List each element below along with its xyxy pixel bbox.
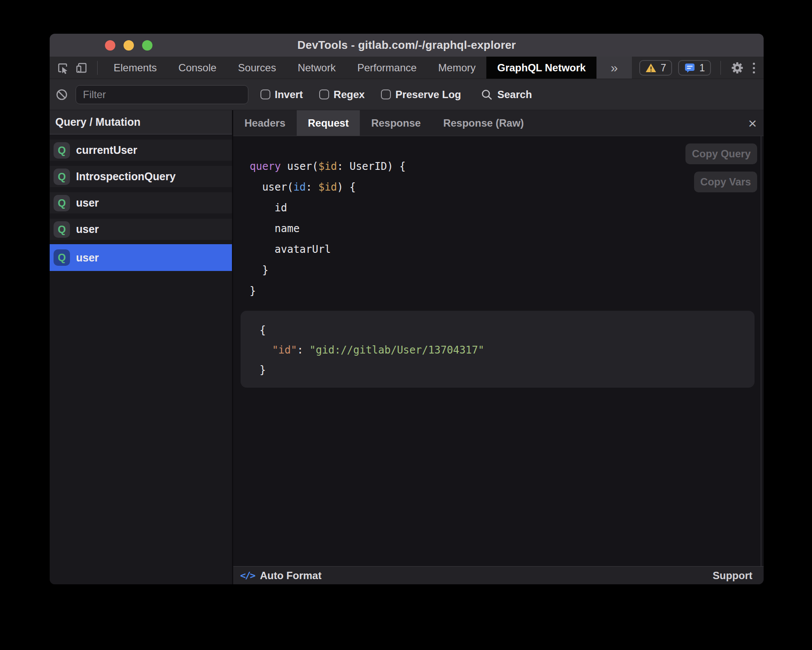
variables-line: { <box>260 320 755 340</box>
request-detail-panel: Headers Request Response Response (Raw) … <box>233 110 764 584</box>
list-item-user-3-selected[interactable]: Q user <box>50 244 232 271</box>
tab-elements[interactable]: Elements <box>103 57 168 79</box>
tab-sources[interactable]: Sources <box>227 57 287 79</box>
clear-block-icon[interactable] <box>55 89 69 101</box>
code-line: query user($id: UserID) { <box>250 156 406 177</box>
support-link[interactable]: Support <box>713 570 752 582</box>
warnings-badge[interactable]: 7 <box>639 60 672 76</box>
more-tabs-button[interactable]: » <box>596 57 632 79</box>
toolbar-left-icons <box>50 57 101 79</box>
search-icon <box>481 89 493 101</box>
preserve-log-checkbox[interactable] <box>381 89 391 99</box>
request-body: query user($id: UserID) { user(id: $id) … <box>233 136 764 566</box>
query-type-badge: Q <box>54 169 70 185</box>
close-detail-icon[interactable]: × <box>748 110 757 136</box>
tab-headers[interactable]: Headers <box>233 110 297 136</box>
auto-format-icon: </> <box>240 570 255 581</box>
devtools-window: DevTools - gitlab.com/-/graphql-explorer… <box>50 34 764 584</box>
traffic-lights <box>105 34 152 57</box>
invert-checkbox-group[interactable]: Invert <box>260 89 303 101</box>
tab-graphql-network[interactable]: GraphQL Network <box>486 57 596 79</box>
scrollbar-gutter[interactable] <box>761 136 761 566</box>
kebab-menu-icon[interactable] <box>750 63 758 73</box>
code-line: user(id: $id) { <box>250 177 406 198</box>
toolbar-right: 7 1 <box>639 57 764 79</box>
query-type-badge: Q <box>54 142 70 159</box>
warning-triangle-icon <box>645 63 657 73</box>
window-title: DevTools - gitlab.com/-/graphql-explorer <box>50 38 764 52</box>
query-variables-box: { "id": "gid://gitlab/User/13704317" } <box>241 311 755 388</box>
code-line: } <box>250 260 406 280</box>
graphql-query-code: query user($id: UserID) { user(id: $id) … <box>250 156 406 301</box>
tab-performance[interactable]: Performance <box>346 57 427 79</box>
query-list: Q currentUser Q IntrospectionQuery Q use… <box>50 134 232 584</box>
invert-checkbox[interactable] <box>260 89 270 99</box>
variables-line: } <box>260 360 755 380</box>
minimize-window-button[interactable] <box>124 40 134 51</box>
code-line: id <box>250 198 406 218</box>
variables-line: "id": "gid://gitlab/User/13704317" <box>260 340 755 360</box>
title-bar: DevTools - gitlab.com/-/graphql-explorer <box>50 34 764 57</box>
list-item-introspectionquery[interactable]: Q IntrospectionQuery <box>50 166 232 187</box>
toolbar-right-divider <box>720 61 721 75</box>
filter-input[interactable] <box>76 85 248 104</box>
close-window-button[interactable] <box>105 40 115 51</box>
tab-console[interactable]: Console <box>168 57 227 79</box>
tab-memory[interactable]: Memory <box>428 57 487 79</box>
filter-bar: Invert Regex Preserve Log Search <box>50 79 764 110</box>
list-item-label: user <box>76 197 99 209</box>
device-toolbar-icon[interactable] <box>75 61 89 74</box>
settings-gear-icon[interactable] <box>730 61 744 75</box>
list-item-currentuser[interactable]: Q currentUser <box>50 140 232 161</box>
code-line: avatarUrl <box>250 239 406 260</box>
toolbar-divider <box>97 61 98 75</box>
panel-tabs: Elements Console Sources Network Perform… <box>103 57 632 79</box>
query-list-panel: Query / Mutation Q currentUser Q Introsp… <box>50 110 232 584</box>
zoom-window-button[interactable] <box>142 40 152 51</box>
code-line: } <box>250 280 406 301</box>
inspect-element-icon[interactable] <box>56 61 70 74</box>
list-item-label: currentUser <box>76 144 137 156</box>
query-type-badge: Q <box>54 249 70 266</box>
tab-response-raw[interactable]: Response (Raw) <box>432 110 535 136</box>
copy-query-button[interactable]: Copy Query <box>685 143 757 164</box>
tab-network[interactable]: Network <box>287 57 346 79</box>
devtools-toolbar: Elements Console Sources Network Perform… <box>50 57 764 79</box>
code-line: name <box>250 218 406 239</box>
search-control[interactable]: Search <box>481 89 532 101</box>
invert-label: Invert <box>275 89 303 101</box>
list-item-label: IntrospectionQuery <box>76 170 176 183</box>
regex-checkbox-group[interactable]: Regex <box>319 89 365 101</box>
search-label: Search <box>497 89 532 101</box>
main-content: Query / Mutation Q currentUser Q Introsp… <box>50 110 764 584</box>
regex-checkbox[interactable] <box>319 89 329 99</box>
issues-badge[interactable]: 1 <box>678 60 711 76</box>
list-item-user-2[interactable]: Q user <box>50 219 232 240</box>
regex-label: Regex <box>333 89 365 101</box>
query-type-badge: Q <box>54 221 70 238</box>
issues-count: 1 <box>699 62 705 74</box>
detail-footer: </> Auto Format Support <box>233 566 764 584</box>
query-list-header: Query / Mutation <box>50 110 232 134</box>
list-item-label: user <box>76 223 99 236</box>
list-item-label: user <box>76 252 99 264</box>
preserve-log-checkbox-group[interactable]: Preserve Log <box>381 89 461 101</box>
auto-format-button[interactable]: Auto Format <box>260 570 322 582</box>
list-item-user-1[interactable]: Q user <box>50 192 232 213</box>
tab-response[interactable]: Response <box>360 110 432 136</box>
preserve-log-label: Preserve Log <box>395 89 461 101</box>
warning-count: 7 <box>660 62 666 74</box>
tab-request[interactable]: Request <box>297 110 360 136</box>
message-bubble-icon <box>684 63 695 73</box>
detail-tabs: Headers Request Response Response (Raw) … <box>233 110 764 136</box>
copy-vars-button[interactable]: Copy Vars <box>694 172 757 192</box>
query-type-badge: Q <box>54 195 70 211</box>
